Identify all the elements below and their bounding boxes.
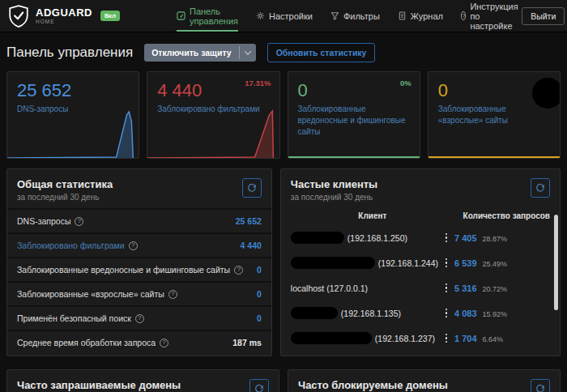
adguard-logo: ADGUARD HOME Вкл	[8, 0, 120, 32]
disable-protection-dropdown[interactable]	[239, 46, 256, 59]
client-count[interactable]: 4 083	[454, 309, 477, 318]
client-address: (192.168.1.237)	[375, 334, 435, 343]
logout-button[interactable]: Выйти	[522, 7, 565, 25]
general-statistics-table: DNS-запросы ? 25 652 Заблокировано фильт…	[7, 208, 271, 356]
refresh-icon	[247, 183, 257, 193]
nav-item-filters[interactable]: Фильтры	[330, 0, 380, 32]
card-blocked-malware: 0% 0 Заблокированные вредоносные и фишин…	[288, 71, 420, 159]
stat-label: DNS-запросы	[17, 216, 70, 226]
help-icon[interactable]: ?	[234, 266, 243, 275]
stat-value: 4 440	[241, 241, 262, 250]
refresh-icon	[535, 384, 545, 392]
blocked-by-filters-sparkline	[147, 109, 279, 159]
shield-icon	[8, 5, 29, 28]
nav-item-dashboard[interactable]: Панель управления	[177, 0, 238, 32]
nav-item-label: Инструкция по настройке	[470, 2, 522, 31]
refresh-button[interactable]	[249, 379, 269, 392]
client-row: (192.168.1.244) 6 539 25.49%	[281, 250, 560, 275]
column-header-count[interactable]: Количество запросов	[454, 211, 550, 220]
page-toolbar: Панель управления Отключить защиту Обнов…	[6, 43, 561, 62]
general-statistics-panel: Общая статистика за последний 30 день DN…	[6, 168, 272, 356]
panel-title: Часто запрашиваемые домены	[17, 379, 181, 391]
help-icon[interactable]: ?	[160, 339, 168, 347]
protection-status-badge: Вкл	[100, 11, 120, 21]
client-count[interactable]: 1 704	[454, 334, 477, 343]
client-row: localhost (127.0.0.1) 5 316 20.72%	[281, 275, 560, 300]
journal-icon	[398, 11, 407, 20]
panel-title: Часто блокируемые домены	[298, 379, 448, 391]
panel-subtitle: за последний 30 день	[291, 193, 377, 202]
stat-label: Заблокированные вредоносные и фишинговые…	[17, 265, 230, 275]
help-icon: ?	[461, 11, 466, 20]
client-count[interactable]: 6 539	[454, 258, 477, 268]
client-count[interactable]: 5 316	[454, 283, 477, 293]
stat-row-blocked-malware: Заблокированные вредоносные и фишинговые…	[7, 257, 271, 281]
nav-item-label: Настройки	[269, 11, 313, 21]
client-percent: 15.92%	[483, 310, 508, 318]
disable-protection-label: Отключить защиту	[144, 44, 238, 62]
help-icon[interactable]: ?	[135, 314, 144, 323]
clients-table-header: Клиент Количество запросов	[281, 208, 560, 225]
dns-queries-sparkline	[6, 109, 139, 159]
bottom-panels-row: Часто запрашиваемые домены за последний …	[6, 369, 561, 392]
refresh-button[interactable]	[531, 178, 550, 198]
help-icon[interactable]: ?	[75, 217, 83, 226]
row-menu-icon[interactable]	[438, 334, 454, 343]
refresh-icon	[535, 183, 545, 193]
stat-row-safe-search: Применён безопасный поиск ? 0	[7, 305, 271, 330]
panel-title: Общая статистика	[17, 178, 113, 190]
top-clients-panel: Частые клиенты за последний 30 день Клие…	[280, 168, 561, 356]
client-count[interactable]: 7 405	[454, 233, 477, 243]
filter-icon	[330, 11, 339, 20]
row-menu-icon[interactable]	[438, 309, 454, 318]
stat-row-avg-processing-time: Среднее время обработки запроса ? 187 ms	[7, 330, 271, 354]
redaction-blob	[291, 332, 372, 344]
card-percent: 17.31%	[245, 79, 271, 87]
card-value: 25 652	[17, 80, 129, 101]
panel-subtitle: за последний 30 день	[17, 193, 113, 202]
client-address: (192.168.1.250)	[347, 233, 407, 243]
stat-value: 0	[257, 313, 262, 323]
page-title: Панель управления	[6, 45, 133, 61]
column-header-client[interactable]: Клиент	[291, 211, 454, 220]
stat-value: 25 652	[236, 216, 262, 226]
app-header: ADGUARD HOME Вкл Панель управления Настр…	[0, 0, 567, 32]
nav-item-setup-guide[interactable]: ? Инструкция по настройке	[461, 0, 522, 32]
row-menu-icon[interactable]	[438, 233, 454, 243]
nav-item-label: Журнал	[411, 11, 443, 21]
refresh-icon	[254, 384, 264, 392]
disable-protection-button[interactable]: Отключить защиту	[144, 44, 255, 62]
nav-item-log[interactable]: Журнал	[398, 0, 443, 32]
stat-row-dns-queries: DNS-запросы ? 25 652	[7, 208, 271, 232]
refresh-button[interactable]	[531, 379, 550, 392]
client-row: (192.168.1.250) 7 405 28.87%	[281, 225, 560, 250]
stat-value: 0	[257, 265, 262, 275]
brand-sub: HOME	[36, 19, 92, 25]
redaction-blob	[291, 257, 375, 269]
top-queried-domains-panel: Часто запрашиваемые домены за последний …	[6, 369, 279, 392]
main-nav: Панель управления Настройки Фильтры Журн…	[177, 0, 522, 32]
scrollbar-thumb[interactable]	[554, 215, 558, 310]
refresh-button[interactable]	[242, 178, 262, 198]
row-menu-icon[interactable]	[438, 258, 454, 268]
chevron-down-icon	[244, 48, 250, 54]
stat-label: Заблокированные «взрослые» сайты	[17, 289, 164, 299]
redaction-blob	[532, 78, 561, 109]
refresh-statistics-button[interactable]: Обновить статистику	[267, 43, 376, 62]
main-panels-row: Общая статистика за последний 30 день DN…	[6, 168, 561, 356]
card-label: Заблокированные «взрослые» сайты	[438, 104, 550, 126]
nav-item-settings[interactable]: Настройки	[256, 0, 313, 32]
stat-label: Применён безопасный поиск	[17, 313, 131, 323]
row-menu-icon[interactable]	[438, 283, 454, 293]
help-icon[interactable]: ?	[168, 290, 177, 299]
nav-item-label: Панель управления	[190, 6, 238, 26]
card-label: Заблокированные вредоносные и фишинговые…	[298, 104, 410, 138]
stat-cards-row: 25 652 DNS-запросы 17.31% 4 440 Заблокир…	[6, 71, 561, 159]
stat-label[interactable]: Заблокировано фильтрами	[17, 241, 125, 250]
redaction-blob	[291, 307, 338, 319]
help-icon[interactable]: ?	[129, 241, 138, 250]
client-address: (192.168.1.244)	[378, 258, 438, 268]
redaction-blob	[291, 232, 344, 244]
client-address: (192.168.1.135)	[341, 309, 401, 318]
client-percent: 25.49%	[483, 260, 508, 268]
